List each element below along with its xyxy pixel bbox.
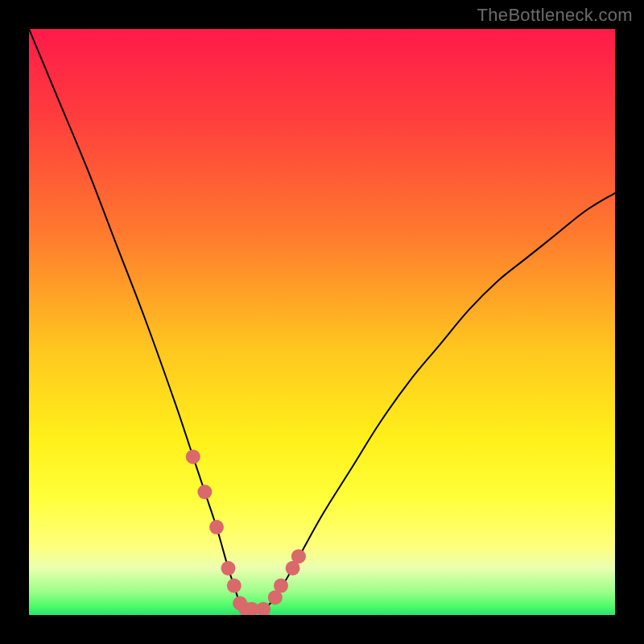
highlight-dot bbox=[209, 520, 224, 535]
watermark-text: TheBottleneck.com bbox=[477, 5, 633, 26]
highlight-dot bbox=[221, 561, 236, 576]
gradient-background bbox=[29, 29, 615, 615]
highlight-dot bbox=[197, 485, 212, 499]
chart-frame: TheBottleneck.com bbox=[0, 0, 644, 644]
highlight-dot bbox=[274, 579, 288, 593]
plot-area bbox=[29, 29, 615, 615]
highlight-dot bbox=[186, 449, 200, 464]
highlight-dot bbox=[291, 549, 306, 564]
highlight-dot bbox=[227, 579, 242, 593]
chart-svg bbox=[29, 29, 615, 615]
